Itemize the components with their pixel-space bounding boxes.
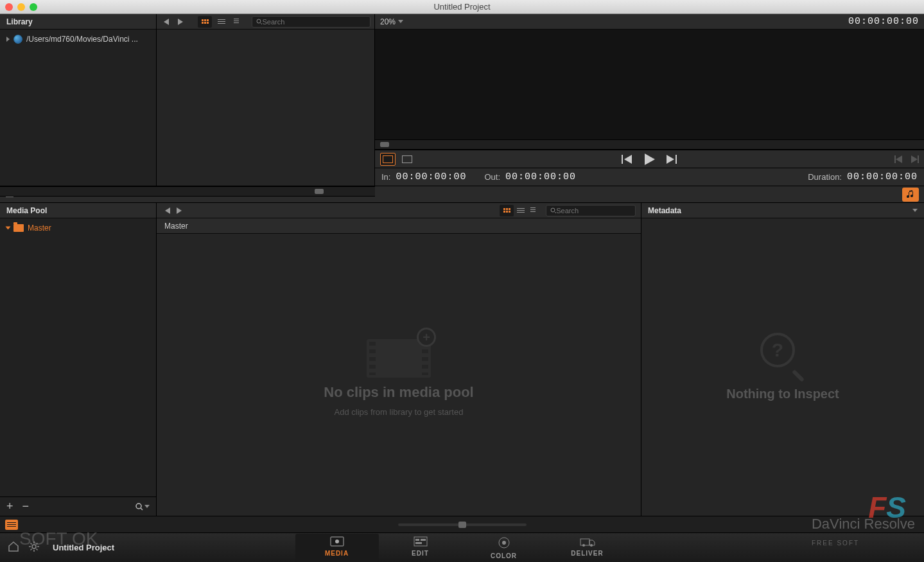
svg-marker-5 bbox=[624, 155, 632, 164]
media-pool-content-panel: Master + No clips in media pool Add clip… bbox=[157, 203, 641, 516]
viewer-timecode[interactable]: 00:00:00:00 bbox=[848, 16, 919, 27]
svg-marker-1 bbox=[178, 19, 183, 25]
metadata-menu-icon[interactable] bbox=[912, 209, 918, 212]
mp-search-input[interactable] bbox=[556, 207, 631, 215]
remove-bin-button[interactable]: − bbox=[22, 500, 30, 513]
media-pool-title: Media Pool bbox=[0, 203, 156, 218]
metadata-title: Metadata bbox=[648, 206, 681, 215]
svg-point-2 bbox=[257, 19, 261, 23]
mp-nav-back-button[interactable] bbox=[162, 206, 173, 216]
browser-body bbox=[157, 30, 374, 186]
grid-view-button[interactable] bbox=[198, 16, 212, 28]
zoom-value: 20% bbox=[380, 17, 396, 26]
list-view-button[interactable] bbox=[214, 16, 229, 28]
deliver-icon bbox=[580, 536, 595, 549]
close-window-button[interactable] bbox=[5, 3, 13, 11]
window-title: Untitled Project bbox=[433, 2, 490, 12]
svg-marker-9 bbox=[896, 155, 902, 163]
project-name: Untitled Project bbox=[53, 543, 114, 552]
svg-rect-23 bbox=[415, 539, 419, 541]
sort-button[interactable] bbox=[231, 16, 245, 28]
mp-sort-button[interactable] bbox=[528, 205, 542, 216]
tab-edit-label: EDIT bbox=[412, 550, 429, 557]
mp-list-view-button[interactable] bbox=[514, 205, 528, 216]
tab-color-label: COLOR bbox=[491, 552, 517, 559]
svg-rect-24 bbox=[421, 539, 426, 541]
svg-rect-11 bbox=[918, 155, 919, 163]
svg-point-30 bbox=[590, 544, 593, 547]
master-bin-row[interactable]: Master bbox=[4, 222, 152, 234]
tab-color[interactable]: COLOR bbox=[462, 534, 546, 562]
source-mode-button[interactable] bbox=[380, 153, 396, 166]
expand-arrow-icon[interactable] bbox=[6, 227, 11, 230]
media-pool-empty-state: + No clips in media pool Add clips from … bbox=[157, 234, 641, 516]
library-title: Library bbox=[0, 14, 156, 30]
zoom-dropdown[interactable]: 20% bbox=[380, 17, 403, 26]
mp-breadcrumb[interactable]: Master bbox=[157, 218, 641, 234]
next-clip-button[interactable] bbox=[667, 155, 678, 164]
browser-search-input[interactable] bbox=[262, 18, 366, 26]
thumbnail-size-slider[interactable] bbox=[398, 523, 527, 526]
settings-button[interactable] bbox=[28, 541, 40, 554]
master-bin-label: Master bbox=[28, 224, 51, 233]
mp-grid-view-button[interactable] bbox=[500, 205, 514, 216]
svg-rect-10 bbox=[894, 155, 896, 163]
library-panel: Library /Users/md760/Movies/DaVinci ... bbox=[0, 14, 157, 186]
home-button[interactable] bbox=[8, 541, 19, 554]
svg-rect-28 bbox=[580, 539, 589, 545]
page-navigation: Untitled Project MEDIA EDIT COLOR DELIVE… bbox=[0, 532, 924, 562]
tab-media-label: MEDIA bbox=[325, 550, 349, 557]
browser-toolbar bbox=[157, 14, 374, 30]
svg-point-29 bbox=[582, 544, 585, 547]
tab-edit[interactable]: EDIT bbox=[379, 534, 462, 562]
in-timecode[interactable]: 00:00:00:00 bbox=[396, 171, 466, 182]
filmstrip-icon bbox=[383, 155, 393, 163]
volume-icon bbox=[13, 35, 22, 44]
svg-point-27 bbox=[502, 541, 506, 545]
svg-rect-8 bbox=[676, 155, 677, 164]
svg-point-21 bbox=[335, 540, 339, 543]
empty-clip-icon: + bbox=[367, 333, 431, 378]
viewer-scrubber[interactable] bbox=[375, 139, 924, 150]
viewer-preview[interactable] bbox=[375, 30, 924, 139]
in-label: In: bbox=[381, 172, 390, 182]
tab-media[interactable]: MEDIA bbox=[295, 534, 379, 562]
color-icon bbox=[498, 536, 510, 551]
play-button[interactable] bbox=[645, 154, 655, 165]
duration-label: Duration: bbox=[808, 172, 842, 182]
library-slider[interactable] bbox=[0, 186, 375, 197]
svg-marker-16 bbox=[177, 207, 182, 214]
browser-search[interactable] bbox=[252, 16, 370, 28]
expand-arrow-icon[interactable] bbox=[6, 37, 10, 42]
add-bin-button[interactable]: + bbox=[6, 500, 13, 513]
svg-rect-25 bbox=[415, 542, 422, 544]
out-label: Out: bbox=[485, 172, 501, 182]
metadata-empty-label: Nothing to Inspect bbox=[726, 387, 839, 401]
svg-rect-22 bbox=[414, 537, 427, 546]
library-path-row[interactable]: /Users/md760/Movies/DaVinci ... bbox=[4, 33, 152, 45]
mp-nav-forward-button[interactable] bbox=[173, 206, 185, 216]
duration-timecode[interactable]: 00:00:00:00 bbox=[847, 171, 918, 182]
out-timecode[interactable]: 00:00:00:00 bbox=[505, 171, 576, 182]
step-back-button[interactable] bbox=[894, 155, 902, 163]
tab-deliver-label: DELIVER bbox=[571, 550, 603, 557]
step-forward-button[interactable] bbox=[911, 155, 919, 163]
clip-list-toggle[interactable] bbox=[5, 520, 18, 530]
nav-back-button[interactable] bbox=[161, 17, 172, 27]
library-path-label: /Users/md760/Movies/DaVinci ... bbox=[26, 35, 138, 44]
audio-button[interactable] bbox=[902, 188, 919, 202]
bin-search-button[interactable] bbox=[135, 503, 150, 511]
svg-marker-7 bbox=[667, 155, 674, 164]
metadata-panel: Metadata ? Nothing to Inspect bbox=[641, 203, 924, 516]
prev-clip-button[interactable] bbox=[622, 155, 633, 164]
maximize-window-button[interactable] bbox=[30, 3, 37, 11]
timeline-mode-button[interactable] bbox=[399, 153, 415, 166]
inspect-icon: ? bbox=[760, 333, 805, 378]
filmstrip-icon bbox=[402, 155, 412, 163]
minimize-window-button[interactable] bbox=[17, 3, 25, 11]
tab-deliver[interactable]: DELIVER bbox=[546, 534, 629, 562]
nav-forward-button[interactable] bbox=[175, 17, 186, 27]
edit-icon bbox=[414, 536, 428, 549]
empty-subtitle: Add clips from library to get started bbox=[335, 407, 464, 417]
mp-search[interactable] bbox=[546, 205, 636, 216]
